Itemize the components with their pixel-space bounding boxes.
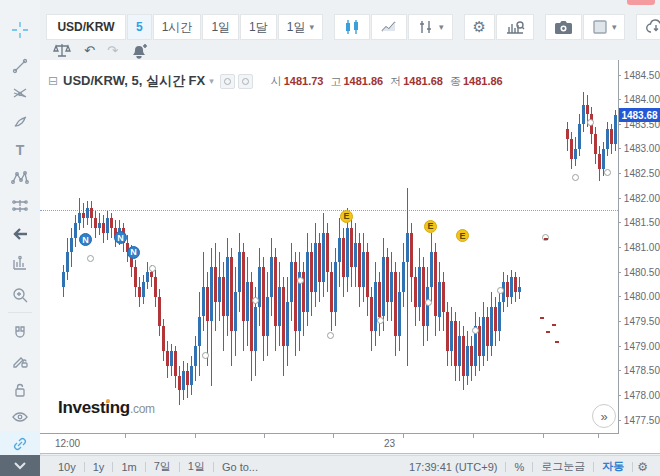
economic-event-badge[interactable]: E (340, 210, 353, 223)
xabcd-pattern-icon[interactable] (0, 165, 40, 191)
candle-body (310, 252, 313, 291)
time-axis[interactable]: 12:0023 (40, 434, 618, 453)
compare-scales-icon[interactable] (46, 42, 78, 59)
layout-icon[interactable]: ▾ (583, 14, 626, 40)
candle-body (174, 351, 177, 376)
candle-body (290, 262, 293, 301)
interval-1mo-button[interactable]: 1달 (240, 14, 277, 40)
range-7d-button[interactable]: 7일 (146, 459, 179, 474)
arrow-left-icon[interactable] (0, 221, 40, 247)
legend-title[interactable]: USD/KRW, 5, 실시간 FX (63, 72, 205, 90)
hide-toolbar-button[interactable] (0, 455, 40, 476)
alert-bell-plus-icon[interactable] (124, 42, 153, 59)
candle-body (230, 257, 233, 331)
tick-mark (555, 341, 559, 343)
magnet-icon[interactable] (0, 320, 40, 346)
redo-icon[interactable]: ↷ (101, 42, 124, 59)
interval-5m-button[interactable]: 5 (127, 14, 152, 40)
circle-marker (572, 174, 579, 181)
cloud-download-icon[interactable] (636, 14, 660, 40)
candle-body (186, 371, 189, 386)
candle-body (286, 302, 289, 346)
undo-icon[interactable]: ↶ (78, 42, 101, 59)
candle-body (202, 287, 205, 317)
line-chart-icon[interactable] (371, 14, 407, 40)
news-event-badge[interactable]: N (79, 233, 92, 246)
candlestick-chart-icon[interactable] (334, 14, 370, 40)
collapse-icon[interactable]: ⊟ (48, 74, 58, 88)
candle-body (218, 277, 221, 302)
candle-body (402, 262, 405, 292)
price-tick-label: 1477.50 (619, 415, 660, 425)
interval-1d2-button[interactable]: 1일▾ (278, 14, 323, 40)
axis-settings-gear-icon[interactable]: ⚙ (633, 460, 652, 474)
range-1m-button[interactable]: 1m (113, 461, 144, 473)
candle-body (138, 287, 141, 297)
price-tick-label: 1484.00 (619, 95, 660, 105)
legend-quick-icon-2[interactable] (238, 74, 253, 89)
candle-body (234, 292, 237, 331)
gann-tools-icon[interactable] (0, 81, 40, 107)
scroll-right-button[interactable]: » (592, 404, 616, 428)
chevron-down-icon: ▾ (439, 22, 444, 32)
chart-toolbar: USD/KRW 5 1시간 1일 1달 1일▾ ▾ ⚙ ▾ ↶ ↷ (40, 0, 660, 60)
candle-body (482, 317, 485, 356)
candle-body (210, 267, 213, 321)
legend-quick-icon-1[interactable] (220, 74, 235, 89)
range-10y-button[interactable]: 10y (50, 461, 84, 473)
candle-body (254, 307, 257, 351)
auto-scale-button[interactable]: 자동 (594, 459, 632, 474)
goto-button[interactable]: Go to... (214, 461, 266, 473)
camera-icon[interactable] (545, 14, 582, 40)
price-tick-label: 1481.00 (619, 243, 660, 253)
indicators-icon[interactable] (496, 14, 534, 40)
drawing-lock-icon[interactable] (0, 348, 40, 374)
economic-event-badge[interactable]: E (456, 229, 469, 242)
range-1y-button[interactable]: 1y (85, 461, 113, 473)
interval-1h-button[interactable]: 1시간 (153, 14, 202, 40)
bar-pattern-icon[interactable] (0, 250, 40, 276)
price-tick-label: 1482.50 (619, 169, 660, 179)
zoom-in-icon[interactable] (0, 282, 40, 308)
candle-body (610, 129, 613, 144)
lock-icon[interactable] (0, 377, 40, 403)
time-tick-label: 12:00 (55, 438, 80, 449)
candle-body (70, 238, 73, 253)
price-tick-label: 1478.50 (619, 366, 660, 376)
candle-body (90, 208, 93, 218)
symbol-button[interactable]: USD/KRW (46, 14, 126, 40)
brush-icon[interactable] (0, 109, 40, 135)
candle-body (158, 297, 161, 327)
chevron-down-icon[interactable]: ▾ (209, 76, 214, 86)
candle-body (206, 287, 209, 322)
clock-readout: 17:39:41 (UTC+9) (401, 461, 505, 473)
time-tick (403, 434, 404, 438)
compare-icon[interactable]: ▾ (408, 14, 453, 40)
chevron-down-icon: ▾ (612, 22, 617, 32)
crosshair-icon[interactable] (0, 17, 40, 43)
price-tick-label: 1479.00 (619, 341, 660, 351)
trend-line-icon[interactable] (0, 53, 40, 79)
forecast-tool-icon[interactable] (0, 193, 40, 219)
plot-area[interactable]: EEENNN Investing.com » (40, 60, 619, 434)
news-event-badge[interactable]: N (127, 246, 140, 259)
interval-1d-button[interactable]: 1일 (202, 14, 239, 40)
price-tick-label: 1478.00 (619, 390, 660, 400)
circle-marker (377, 317, 384, 324)
candle-body (82, 213, 85, 218)
economic-event-badge[interactable]: E (424, 220, 437, 233)
candle-body (154, 277, 157, 297)
price-axis[interactable]: 1484.501484.001483.501483.001482.501482.… (619, 60, 660, 433)
candle-body (566, 129, 569, 139)
circle-marker (604, 169, 611, 176)
text-tool-icon[interactable]: T (0, 137, 40, 163)
link-icon[interactable] (0, 431, 40, 457)
candle-body (454, 321, 457, 365)
chevron-down-icon: ▾ (309, 22, 314, 32)
percent-scale-button[interactable]: % (506, 461, 532, 473)
log-scale-button[interactable]: 로그눈금 (533, 459, 593, 474)
settings-gear-icon[interactable]: ⚙ (464, 14, 495, 40)
range-1d-button[interactable]: 1일 (180, 459, 213, 474)
eye-hide-icon[interactable] (0, 404, 40, 430)
circle-marker (327, 332, 334, 339)
